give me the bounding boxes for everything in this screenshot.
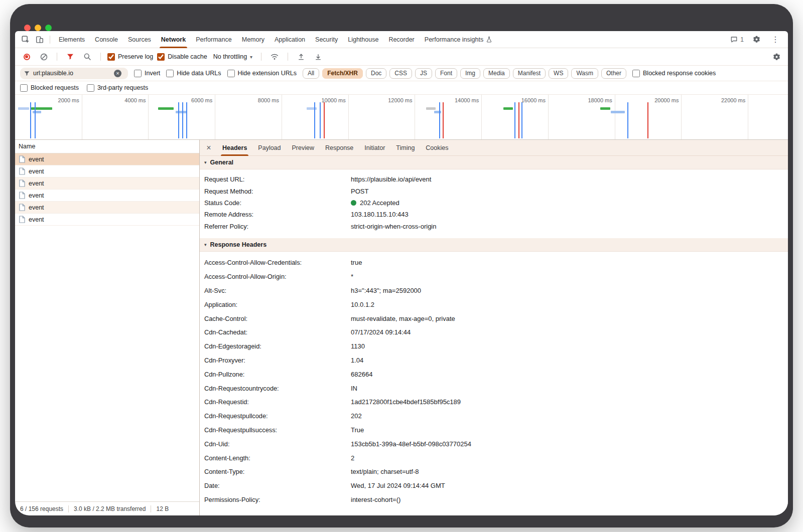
- request-row[interactable]: event: [15, 214, 199, 226]
- tab-application[interactable]: Application: [270, 31, 310, 48]
- tab-lighthouse[interactable]: Lighthouse: [343, 31, 383, 48]
- invert-input[interactable]: [134, 70, 142, 77]
- header-value: h3=":443"; ma=2592000: [351, 287, 421, 294]
- filter-chip-other[interactable]: Other: [601, 68, 626, 79]
- header-name: Cdn-Requestid:: [204, 398, 351, 406]
- header-name: Date:: [204, 482, 351, 489]
- window-controls: [24, 25, 52, 31]
- header-list: Request URL:https://plausible.io/api/eve…: [200, 169, 788, 238]
- filter-chip-ws[interactable]: WS: [549, 68, 568, 79]
- header-value: https://plausible.io/api/event: [351, 175, 431, 183]
- disable-cache-input[interactable]: [157, 53, 165, 61]
- clear-network-log-icon[interactable]: [37, 50, 50, 63]
- filter-chip-img[interactable]: Img: [460, 68, 480, 79]
- clear-filter-icon[interactable]: ×: [114, 70, 121, 77]
- throttling-select[interactable]: No throttling ▾: [211, 53, 254, 60]
- detail-tab-initiator[interactable]: Initiator: [359, 140, 390, 156]
- minimize-window-button[interactable]: [35, 25, 41, 31]
- request-row[interactable]: event: [15, 153, 199, 165]
- filter-chip-manifest[interactable]: Manifest: [513, 68, 546, 79]
- tab-memory[interactable]: Memory: [237, 31, 270, 48]
- invert-checkbox[interactable]: Invert: [134, 70, 160, 77]
- waterfall-mark: [324, 102, 325, 138]
- detail-tab-cookies[interactable]: Cookies: [420, 140, 454, 156]
- detail-tab-response[interactable]: Response: [320, 140, 359, 156]
- filter-chip-font[interactable]: Font: [435, 68, 457, 79]
- blocked-requests-checkbox[interactable]: Blocked requests: [20, 84, 79, 92]
- tab-elements[interactable]: Elements: [54, 31, 90, 48]
- tab-network[interactable]: Network: [156, 31, 191, 48]
- hide-data-urls-checkbox[interactable]: Hide data URLs: [166, 70, 221, 77]
- name-column-header[interactable]: Name: [15, 140, 199, 153]
- blocked-response-cookies-checkbox[interactable]: Blocked response cookies: [632, 70, 716, 77]
- request-row[interactable]: event: [15, 178, 199, 190]
- filter-input[interactable]: [33, 70, 111, 77]
- network-conditions-icon[interactable]: [268, 50, 281, 63]
- divider: [57, 53, 57, 61]
- blocked-requests-input[interactable]: [20, 84, 28, 92]
- header-value: POST: [351, 188, 368, 195]
- settings-gear-icon[interactable]: [750, 33, 763, 46]
- timeline-tick-label: 8000 ms: [258, 97, 279, 103]
- more-options-icon[interactable]: ⋮: [769, 33, 782, 46]
- filter-funnel-icon[interactable]: [64, 50, 77, 63]
- tab-recorder[interactable]: Recorder: [383, 31, 419, 48]
- record-network-log-button[interactable]: [20, 50, 33, 63]
- device-toolbar-icon[interactable]: [33, 33, 46, 46]
- tab-console[interactable]: Console: [90, 31, 123, 48]
- disable-cache-checkbox[interactable]: Disable cache: [157, 53, 207, 61]
- requests-table: Name eventeventeventeventeventevent 6 / …: [15, 140, 200, 515]
- detail-tab-timing[interactable]: Timing: [390, 140, 420, 156]
- headers-panel: ▾GeneralRequest URL:https://plausible.io…: [200, 156, 788, 515]
- inspect-element-icon[interactable]: [19, 33, 32, 46]
- preserve-log-input[interactable]: [107, 53, 115, 61]
- network-summary-bar: 6 / 156 requests 3.0 kB / 2.2 MB transfe…: [15, 501, 199, 515]
- filter-chip-doc[interactable]: Doc: [366, 68, 386, 79]
- waterfall-mark: [600, 107, 610, 110]
- request-row[interactable]: event: [15, 202, 199, 214]
- export-har-icon[interactable]: [312, 50, 325, 63]
- timeline-tick-label: 18000 ms: [588, 97, 612, 103]
- section-header-response-headers[interactable]: ▾Response Headers: [200, 238, 788, 252]
- header-value: text/plain; charset=utf-8: [351, 468, 419, 475]
- zoom-window-button[interactable]: [45, 25, 52, 31]
- filter-chip-wasm[interactable]: Wasm: [571, 68, 598, 79]
- search-icon[interactable]: [81, 50, 94, 63]
- tab-label: Elements: [59, 36, 85, 43]
- header-value-text: true: [351, 259, 362, 266]
- filter-input-box[interactable]: ×: [20, 68, 128, 79]
- section-header-general[interactable]: ▾General: [200, 156, 788, 169]
- header-value-text: 1130: [351, 342, 365, 350]
- filter-chip-all[interactable]: All: [303, 68, 319, 79]
- filter-chip-fetch-xhr[interactable]: Fetch/XHR: [322, 68, 363, 79]
- request-row[interactable]: event: [15, 190, 199, 202]
- tab-performance[interactable]: Performance: [191, 31, 237, 48]
- hide-extension-urls-checkbox[interactable]: Hide extension URLs: [227, 70, 297, 77]
- hide-data-urls-input[interactable]: [166, 70, 174, 77]
- request-row[interactable]: event: [15, 165, 199, 178]
- network-settings-gear-icon[interactable]: [770, 50, 783, 63]
- waterfall-mark: [176, 111, 187, 113]
- filter-chip-js[interactable]: JS: [415, 68, 432, 79]
- tab-performance-insights[interactable]: Performance insights: [420, 31, 497, 48]
- filter-chip-css[interactable]: CSS: [389, 68, 412, 79]
- close-details-icon[interactable]: ×: [203, 142, 215, 154]
- tab-security[interactable]: Security: [310, 31, 343, 48]
- preserve-log-checkbox[interactable]: Preserve log: [107, 53, 153, 61]
- blocked-response-cookies-input[interactable]: [632, 70, 640, 77]
- network-overview-timeline[interactable]: 2000 ms4000 ms6000 ms8000 ms10000 ms1200…: [15, 95, 788, 140]
- import-har-icon[interactable]: [295, 50, 308, 63]
- detail-tab-headers[interactable]: Headers: [217, 140, 252, 156]
- detail-tab-preview[interactable]: Preview: [287, 140, 320, 156]
- issues-counter-button[interactable]: 1: [729, 35, 744, 44]
- tab-sources[interactable]: Sources: [123, 31, 156, 48]
- third-party-requests-checkbox[interactable]: 3rd-party requests: [87, 84, 148, 92]
- filter-chip-media[interactable]: Media: [483, 68, 510, 79]
- waterfall-mark: [158, 107, 174, 110]
- third-party-requests-input[interactable]: [87, 84, 94, 92]
- hide-extension-urls-input[interactable]: [227, 70, 235, 77]
- divider: [288, 53, 288, 61]
- document-icon: [19, 216, 25, 223]
- detail-tab-payload[interactable]: Payload: [252, 140, 286, 156]
- close-window-button[interactable]: [24, 25, 31, 31]
